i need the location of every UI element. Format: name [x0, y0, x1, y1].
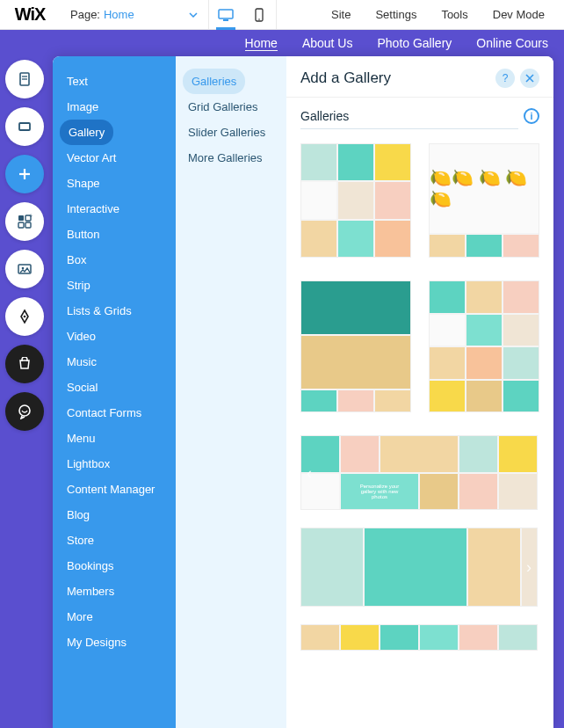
store-icon[interactable] — [5, 345, 44, 383]
help-button[interactable]: ? — [495, 69, 515, 88]
cat-vectorart[interactable]: Vector Art — [53, 145, 176, 171]
cat-gallery[interactable]: Gallery — [60, 120, 113, 145]
cat-store[interactable]: Store — [53, 528, 176, 553]
site-nav: Home About Us Photo Gallery Online Cours — [0, 30, 564, 56]
gallery-template-6[interactable]: › — [300, 528, 538, 607]
sub-galleries[interactable]: Galleries — [183, 69, 245, 94]
sub-slider[interactable]: Slider Galleries — [176, 120, 286, 145]
section-label: Galleries — [300, 109, 518, 129]
gallery-template-2[interactable]: 🍋🍋 🍋 🍋🍋 — [429, 143, 539, 258]
gallery-template-4[interactable] — [429, 280, 539, 412]
sub-more[interactable]: More Galleries — [176, 145, 286, 171]
apps-icon[interactable]: + — [5, 202, 44, 241]
cat-text[interactable]: Text — [53, 69, 176, 94]
svg-point-16 — [22, 267, 25, 270]
cat-contactforms[interactable]: Contact Forms — [53, 400, 176, 426]
svg-point-18 — [19, 405, 30, 416]
page-icon[interactable] — [5, 60, 44, 98]
close-button[interactable] — [520, 69, 539, 88]
gallery-template-5[interactable]: Personalize yourgallery with newphotos ‹ — [300, 435, 538, 510]
topmenu-devmode[interactable]: Dev Mode — [493, 8, 545, 21]
cat-more[interactable]: More — [53, 604, 176, 630]
svg-rect-13 — [25, 222, 31, 228]
sub-grid[interactable]: Grid Galleries — [176, 94, 286, 120]
cat-strip[interactable]: Strip — [53, 273, 176, 298]
cat-shape[interactable]: Shape — [53, 171, 176, 196]
cat-menu[interactable]: Menu — [53, 426, 176, 451]
site-nav-home[interactable]: Home — [245, 36, 278, 51]
chevron-down-icon — [189, 12, 198, 18]
topmenu-site[interactable]: Site — [331, 8, 351, 21]
media-icon[interactable] — [5, 250, 44, 288]
next-arrow-icon[interactable]: › — [526, 558, 531, 577]
subcategory-list: Galleries Grid Galleries Slider Gallerie… — [176, 56, 286, 728]
cat-blog[interactable]: Blog — [53, 502, 176, 528]
panel-title: Add a Gallery — [300, 69, 490, 87]
svg-rect-7 — [19, 123, 30, 130]
cat-interactive[interactable]: Interactive — [53, 196, 176, 222]
page-label: Page: — [70, 8, 100, 21]
topmenu-settings[interactable]: Settings — [375, 8, 416, 21]
cat-image[interactable]: Image — [53, 94, 176, 120]
svg-rect-1 — [223, 19, 228, 21]
wix-logo: WiX — [0, 4, 60, 25]
gallery-template-7[interactable] — [300, 624, 538, 651]
cat-lists[interactable]: Lists & Grids — [53, 298, 176, 324]
cat-lightbox[interactable]: Lightbox — [53, 451, 176, 477]
cat-video[interactable]: Video — [53, 324, 176, 349]
info-icon[interactable]: i — [524, 108, 539, 124]
gallery-templates: 🍋🍋 🍋 🍋🍋 — [286, 135, 553, 728]
site-nav-about[interactable]: About Us — [302, 36, 353, 50]
gallery-template-1[interactable] — [300, 143, 411, 258]
cat-box[interactable]: Box — [53, 247, 176, 273]
site-nav-courses[interactable]: Online Cours — [476, 36, 548, 50]
page-name: Home — [104, 8, 134, 21]
topmenu-tools[interactable]: Tools — [441, 8, 467, 21]
prev-arrow-icon[interactable]: ‹ — [307, 463, 312, 482]
add-panel: Text Image Gallery Vector Art Shape Inte… — [53, 56, 553, 728]
page-selector[interactable]: Page: Home — [60, 0, 209, 29]
section-icon[interactable] — [5, 107, 44, 146]
desktop-view-button[interactable] — [209, 0, 242, 29]
cat-bookings[interactable]: Bookings — [53, 553, 176, 579]
svg-point-3 — [258, 18, 260, 20]
svg-text:+: + — [29, 214, 33, 219]
svg-rect-0 — [219, 10, 233, 18]
category-list: Text Image Gallery Vector Art Shape Inte… — [53, 56, 176, 728]
cat-music[interactable]: Music — [53, 349, 176, 375]
cat-button[interactable]: Button — [53, 222, 176, 247]
mobile-view-button[interactable] — [242, 0, 276, 29]
cat-contentmanager[interactable]: Content Manager — [53, 477, 176, 502]
svg-point-17 — [24, 316, 26, 318]
cat-members[interactable]: Members — [53, 579, 176, 604]
cat-mydesigns[interactable]: My Designs — [53, 630, 176, 655]
pen-icon[interactable] — [5, 297, 44, 336]
cat-social[interactable]: Social — [53, 375, 176, 400]
add-icon[interactable] — [5, 155, 44, 193]
gallery-template-3[interactable] — [300, 280, 411, 412]
svg-rect-12 — [18, 222, 24, 228]
svg-rect-10 — [18, 215, 24, 221]
site-nav-gallery[interactable]: Photo Gallery — [377, 36, 452, 50]
chat-icon[interactable] — [5, 392, 44, 431]
